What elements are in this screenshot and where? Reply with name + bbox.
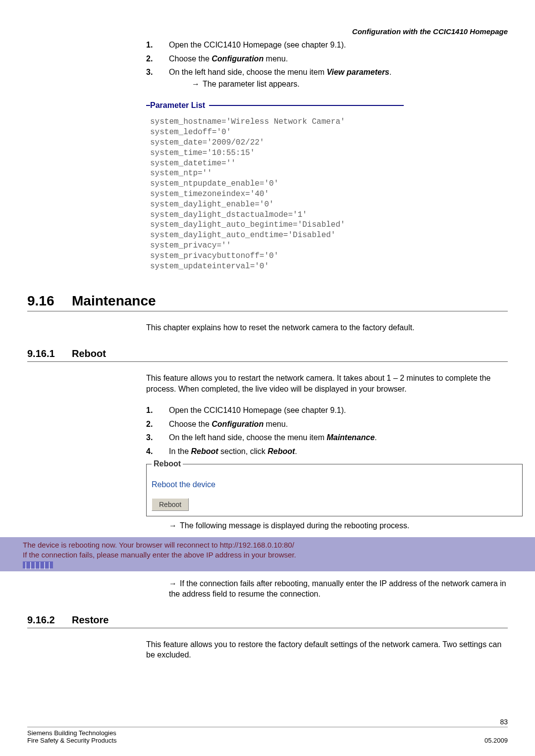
step-item: 2. Choose the Configuration menu. — [146, 419, 508, 430]
footer-right-2: 05.2009 — [484, 737, 508, 744]
subsection-rule — [27, 361, 508, 362]
section-heading-maintenance: 9.16Maintenance — [27, 293, 508, 309]
subsection-number: 9.16.1 — [27, 348, 72, 359]
reboot-panel-text: Reboot the device — [152, 480, 516, 489]
subsection-rule — [27, 628, 508, 628]
step-item: 1. Open the CCIC1410 Homepage (see chapt… — [146, 405, 508, 416]
step-number: 3. — [146, 67, 153, 78]
section-title: Maintenance — [72, 293, 156, 308]
subsection-heading-restore: 9.16.2Restore — [27, 614, 508, 626]
parameter-list-content: system_hostname='Wireless Network Camera… — [150, 117, 404, 271]
step-item: 4. In the Reboot section, click Reboot. — [146, 446, 508, 457]
reboot-result-arrow-1: The following message is displayed durin… — [169, 520, 508, 531]
step-number: 1. — [146, 405, 153, 416]
intro-steps: 1. Open the CCIC1410 Homepage (see chapt… — [146, 40, 508, 89]
parameter-list-panel: Parameter List system_hostname='Wireless… — [146, 101, 404, 271]
subsection-title: Restore — [72, 614, 108, 625]
step-number: 2. — [146, 53, 153, 64]
subsection-title: Reboot — [72, 348, 106, 359]
parameter-list-legend: Parameter List — [150, 101, 209, 110]
reboot-panel: Reboot Reboot the device Reboot — [146, 459, 523, 516]
page-footer: 83 Siemens Building Technologies Fire Sa… — [27, 718, 508, 744]
reboot-result-arrow-2: If the connection fails after rebooting,… — [169, 578, 508, 600]
reboot-message-bar: The device is rebooting now. Your browse… — [0, 537, 535, 571]
footer-left-1: Siemens Building Technologies — [27, 729, 116, 737]
section-number: 9.16 — [27, 293, 72, 309]
progress-bar-icon: |||||| — [23, 561, 53, 568]
reboot-message-line-2: If the connection fails, please manually… — [23, 550, 530, 560]
subsection-heading-reboot: 9.16.1Reboot — [27, 348, 508, 359]
page-header-right: Configuration with the CCIC1410 Homepage — [27, 27, 508, 36]
step-item: 2. Choose the Configuration menu. — [146, 53, 508, 64]
step-text: Choose the Configuration menu. — [169, 420, 288, 428]
step-text: On the left hand side, choose the menu i… — [169, 68, 391, 76]
reboot-button[interactable]: Reboot — [152, 498, 189, 511]
page-number: 83 — [27, 718, 508, 726]
step-text: Open the CCIC1410 Homepage (see chapter … — [169, 406, 346, 414]
restore-intro: This feature allows you to restore the f… — [146, 639, 508, 660]
step-number: 2. — [146, 419, 153, 430]
section-rule — [27, 311, 508, 311]
result-arrow: The parameter list appears. — [192, 79, 508, 90]
step-item: 3. On the left hand side, choose the men… — [146, 67, 508, 89]
reboot-panel-legend: Reboot — [152, 459, 183, 468]
step-item: 1. Open the CCIC1410 Homepage (see chapt… — [146, 40, 508, 50]
reboot-message-line-1: The device is rebooting now. Your browse… — [23, 540, 530, 550]
reboot-steps: 1. Open the CCIC1410 Homepage (see chapt… — [146, 405, 508, 456]
maintenance-intro: This chapter explains how to reset the n… — [146, 322, 508, 333]
step-number: 3. — [146, 432, 153, 443]
step-number: 1. — [146, 40, 153, 50]
subsection-number: 9.16.2 — [27, 614, 72, 626]
step-text: On the left hand side, choose the menu i… — [169, 433, 377, 442]
footer-rule — [27, 727, 508, 727]
step-text: In the Reboot section, click Reboot. — [169, 447, 297, 455]
step-text: Choose the Configuration menu. — [169, 54, 288, 63]
step-text: Open the CCIC1410 Homepage (see chapter … — [169, 41, 346, 49]
step-item: 3. On the left hand side, choose the men… — [146, 432, 508, 443]
step-number: 4. — [146, 446, 153, 457]
footer-left-2: Fire Safety & Security Products — [27, 737, 117, 744]
reboot-intro: This feature allows you to restart the n… — [146, 373, 508, 394]
